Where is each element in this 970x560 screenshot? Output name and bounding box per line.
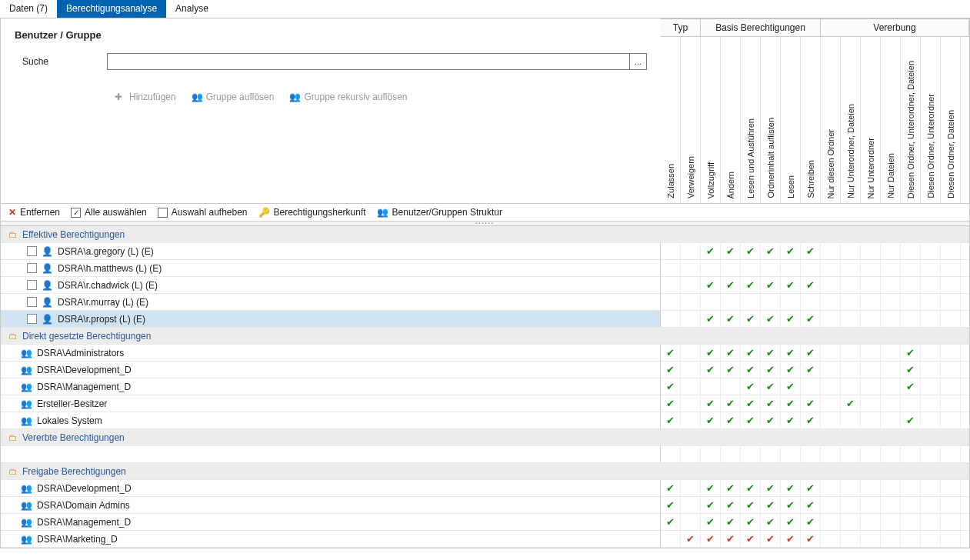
table-row[interactable]: 👥 DSRA\Marketing_D✔✔✔✔✔✔✔ xyxy=(1,531,969,548)
check-icon: ✔ xyxy=(706,482,715,494)
column-header[interactable]: Ändern xyxy=(721,37,741,203)
check-icon: ✔ xyxy=(766,499,775,511)
resolve-group-recursive-button[interactable]: 👥Gruppe rekursiv auflösen xyxy=(289,92,407,102)
row-checkbox[interactable] xyxy=(27,246,37,256)
table-row[interactable]: 👥 Ersteller-Besitzer✔✔✔✔✔✔✔✔ xyxy=(1,395,969,412)
column-header[interactable]: Zulassen xyxy=(661,37,681,203)
table-row[interactable]: 👤 DSRA\r.chadwick (L) (E)✔✔✔✔✔✔ xyxy=(1,277,969,294)
browse-button[interactable]: ... xyxy=(629,54,646,69)
deny-check-icon: ✔ xyxy=(706,533,715,545)
row-checkbox[interactable] xyxy=(27,314,37,324)
column-header[interactable]: Lesen und Ausführen xyxy=(741,37,761,203)
select-all-button[interactable]: Alle auswählen xyxy=(71,207,147,218)
check-icon: ✔ xyxy=(906,415,915,426)
check-icon: ✔ xyxy=(806,313,815,325)
deselect-button[interactable]: Auswahl aufheben xyxy=(158,207,248,218)
perm-cell: ✔ xyxy=(841,395,861,412)
row-name: DSRA\r.chadwick (L) (E) xyxy=(58,280,158,291)
row-checkbox[interactable] xyxy=(27,297,37,307)
tab-berechtigungsanalyse[interactable]: Berechtigungsanalyse xyxy=(57,0,166,18)
perm-cell xyxy=(881,362,901,378)
group-header[interactable]: 🗀 Freigabe Berechtigungen xyxy=(1,463,969,480)
row-name: DSRA\Development_D xyxy=(37,365,132,375)
table-row[interactable]: 👤 DSRA\a.gregory (L) (E)✔✔✔✔✔✔ xyxy=(1,243,969,260)
table-row[interactable]: 👤 DSRA\r.murray (L) (E) xyxy=(1,294,969,311)
column-header[interactable]: Diesen Ordner, Unterordner, Dateien xyxy=(901,37,921,203)
check-icon: ✔ xyxy=(906,347,915,358)
table-row[interactable]: 👤 DSRA\r.propst (L) (E)✔✔✔✔✔✔ xyxy=(1,311,969,328)
tab-analyse[interactable]: Analyse xyxy=(166,0,218,18)
perm-cell xyxy=(661,277,681,293)
perm-cell xyxy=(901,277,921,293)
table-row[interactable]: 👥 DSRA\Management_D✔✔✔✔✔ xyxy=(1,378,969,395)
table-row[interactable]: 👥 DSRA\Development_D✔✔✔✔✔✔✔ xyxy=(1,480,969,497)
perm-cell xyxy=(841,497,861,513)
check-icon: ✔ xyxy=(726,499,735,511)
table-row[interactable] xyxy=(1,446,969,463)
column-header[interactable]: Schreiben xyxy=(801,37,821,203)
column-header[interactable]: Vollzugriff xyxy=(701,37,721,203)
permission-origin-button[interactable]: 🔑Berechtigungsherkunft xyxy=(258,207,366,218)
check-icon: ✔ xyxy=(666,398,675,409)
column-header[interactable]: Nur diesen Ordner xyxy=(821,37,841,203)
perm-cell: ✔ xyxy=(761,243,781,259)
user-group-structure-button[interactable]: 👥Benutzer/Gruppen Struktur xyxy=(377,207,502,218)
perm-cell xyxy=(941,412,961,428)
table-row[interactable]: 👥 Lokales System✔✔✔✔✔✔✔✔ xyxy=(1,412,969,429)
perm-cell: ✔ xyxy=(801,311,821,327)
table-row[interactable]: 👥 DSRA\Administrators✔✔✔✔✔✔✔✔ xyxy=(1,345,969,362)
perm-cell: ✔ xyxy=(721,497,741,513)
perm-cell xyxy=(941,480,961,496)
perm-cell xyxy=(941,378,961,395)
perm-cell: ✔ xyxy=(781,497,801,513)
column-header[interactable]: Diesen Ordner, Unterordner xyxy=(921,37,941,203)
perm-cell: ✔ xyxy=(761,277,781,293)
table-row[interactable]: 👥 DSRA\Development_D✔✔✔✔✔✔✔✔ xyxy=(1,362,969,378)
perm-cell xyxy=(821,480,841,496)
group-header[interactable]: 🗀 Direkt gesetzte Berechtigungen xyxy=(1,328,969,345)
table-row[interactable]: 👥 DSRA\Domain Admins✔✔✔✔✔✔✔ xyxy=(1,497,969,514)
perm-cell xyxy=(881,531,901,547)
perm-cell xyxy=(941,345,961,361)
column-header[interactable]: Ordnerinhalt auflisten xyxy=(761,37,781,203)
perm-cell: ✔ xyxy=(661,378,681,395)
permissions-grid: 🗀 Effektive Berechtigungen👤 DSRA\a.grego… xyxy=(0,226,970,548)
row-checkbox[interactable] xyxy=(27,263,37,273)
perm-cell: ✔ xyxy=(661,362,681,378)
check-icon: ✔ xyxy=(806,245,815,257)
perm-cell: ✔ xyxy=(741,531,761,547)
perm-cell: ✔ xyxy=(761,362,781,378)
perm-cell: ✔ xyxy=(741,480,761,496)
perm-cell xyxy=(881,412,901,428)
group-header[interactable]: 🗀 Vererbte Berechtigungen xyxy=(1,429,969,446)
search-input[interactable] xyxy=(108,54,629,69)
perm-cell xyxy=(661,243,681,259)
check-icon: ✔ xyxy=(806,279,815,291)
section-title: Benutzer / Gruppe xyxy=(15,29,647,41)
column-header-label: Diesen Ordner, Dateien xyxy=(946,105,955,203)
perm-cell: ✔ xyxy=(801,497,821,513)
column-header[interactable]: Diesen Ordner, Dateien xyxy=(941,37,961,203)
perm-cell: ✔ xyxy=(701,311,721,327)
tab-daten[interactable]: Daten (7) xyxy=(0,0,57,18)
table-row[interactable]: 👤 DSRA\h.matthews (L) (E) xyxy=(1,260,969,277)
row-checkbox[interactable] xyxy=(27,280,37,290)
column-header-label: Lesen und Ausführen xyxy=(746,114,755,203)
perm-cell xyxy=(661,294,681,310)
column-header[interactable]: Nur Unterordner, Dateien xyxy=(841,37,861,203)
remove-button[interactable]: ✕Entfernen xyxy=(8,207,60,218)
resolve-group-button[interactable]: 👥Gruppe auflösen xyxy=(192,92,275,102)
row-name: DSRA\Administrators xyxy=(37,348,124,358)
perm-cell xyxy=(681,294,701,310)
check-icon: ✔ xyxy=(786,516,795,528)
colgroup-basis: Basis Berechtigungen xyxy=(701,18,821,37)
column-header[interactable]: Verweigern xyxy=(681,37,701,203)
column-header[interactable]: Nur Unterordner xyxy=(861,37,881,203)
table-row[interactable]: 👥 DSRA\Management_D✔✔✔✔✔✔✔ xyxy=(1,514,969,531)
add-button[interactable]: ✚Hinzufügen xyxy=(115,92,176,102)
check-icon: ✔ xyxy=(706,313,715,325)
column-header[interactable]: Nur Dateien xyxy=(881,37,901,203)
perm-cell xyxy=(821,260,841,276)
column-header[interactable]: Lesen xyxy=(781,37,801,203)
group-header[interactable]: 🗀 Effektive Berechtigungen xyxy=(1,226,969,243)
